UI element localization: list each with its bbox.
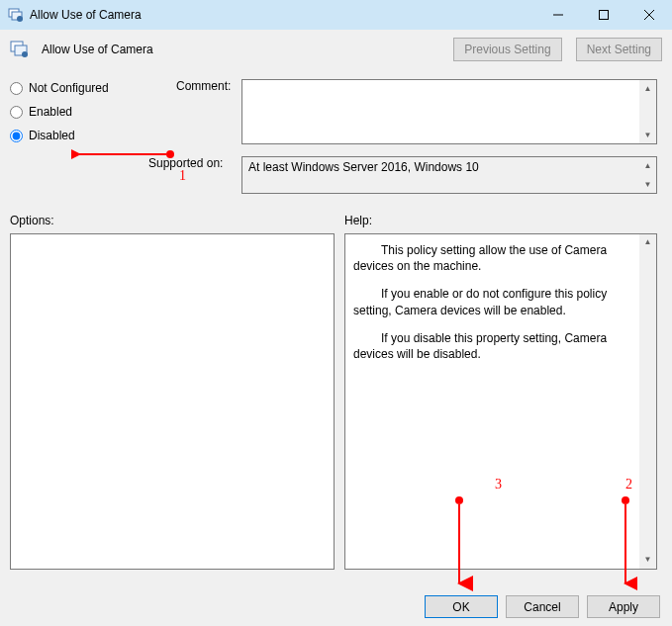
- help-paragraph: If you disable this property setting, Ca…: [353, 330, 636, 362]
- comment-label: Comment:: [176, 79, 231, 93]
- gpedit-icon: [8, 7, 24, 23]
- policy-title: Allow Use of Camera: [42, 43, 153, 56]
- radio-label: Enabled: [29, 105, 72, 119]
- ok-button[interactable]: OK: [425, 595, 498, 618]
- radio-enabled-input[interactable]: [10, 106, 23, 119]
- supported-on-text: At least Windows Server 2016, Windows 10: [248, 160, 479, 174]
- radio-label: Disabled: [29, 129, 75, 142]
- radio-enabled[interactable]: Enabled: [10, 105, 168, 119]
- close-button[interactable]: [626, 0, 672, 30]
- annotation-1: 1: [179, 168, 186, 184]
- help-pane: This policy setting allow the use of Cam…: [344, 233, 657, 570]
- comment-textarea[interactable]: ▲ ▼: [241, 79, 657, 144]
- minimize-button[interactable]: [535, 0, 581, 30]
- scrollbar[interactable]: ▲ ▼: [639, 234, 656, 569]
- radio-disabled-input[interactable]: [10, 130, 23, 142]
- supported-on-label: Supported on:: [148, 156, 223, 170]
- state-radio-group: Not Configured Enabled Disabled: [10, 77, 168, 142]
- scroll-down-icon[interactable]: ▼: [639, 552, 656, 569]
- next-setting-button[interactable]: Next Setting: [576, 38, 662, 61]
- svg-point-2: [17, 16, 23, 22]
- scroll-up-icon[interactable]: ▲: [639, 80, 656, 97]
- options-label: Options:: [10, 214, 54, 227]
- scroll-down-icon[interactable]: ▼: [639, 127, 656, 143]
- svg-point-9: [22, 51, 28, 57]
- radio-not-configured[interactable]: Not Configured: [10, 81, 168, 95]
- dialog-buttons: OK Cancel Apply: [425, 595, 660, 618]
- help-paragraph: This policy setting allow the use of Cam…: [353, 242, 636, 274]
- scroll-down-icon[interactable]: ▼: [639, 176, 656, 193]
- scrollbar[interactable]: ▲ ▼: [639, 80, 656, 143]
- scroll-up-icon[interactable]: ▲: [639, 234, 656, 251]
- maximize-button[interactable]: [581, 0, 626, 30]
- previous-setting-button[interactable]: Previous Setting: [453, 38, 561, 61]
- radio-label: Not Configured: [29, 81, 109, 95]
- window-title: Allow Use of Camera: [30, 8, 535, 22]
- scroll-up-icon[interactable]: ▲: [639, 157, 656, 174]
- title-bar: Allow Use of Camera: [0, 0, 672, 30]
- supported-on-field: At least Windows Server 2016, Windows 10…: [241, 156, 657, 194]
- help-paragraph: If you enable or do not configure this p…: [353, 286, 636, 317]
- radio-disabled[interactable]: Disabled: [10, 129, 168, 142]
- help-label: Help:: [344, 214, 372, 227]
- radio-not-configured-input[interactable]: [10, 82, 23, 95]
- svg-rect-4: [600, 11, 609, 20]
- cancel-button[interactable]: Cancel: [506, 595, 579, 618]
- policy-icon: [10, 40, 30, 59]
- apply-button[interactable]: Apply: [587, 595, 660, 618]
- dialog-body: Allow Use of Camera Previous Setting Nex…: [0, 30, 672, 626]
- options-pane: [10, 233, 335, 570]
- scrollbar[interactable]: ▲ ▼: [639, 157, 656, 193]
